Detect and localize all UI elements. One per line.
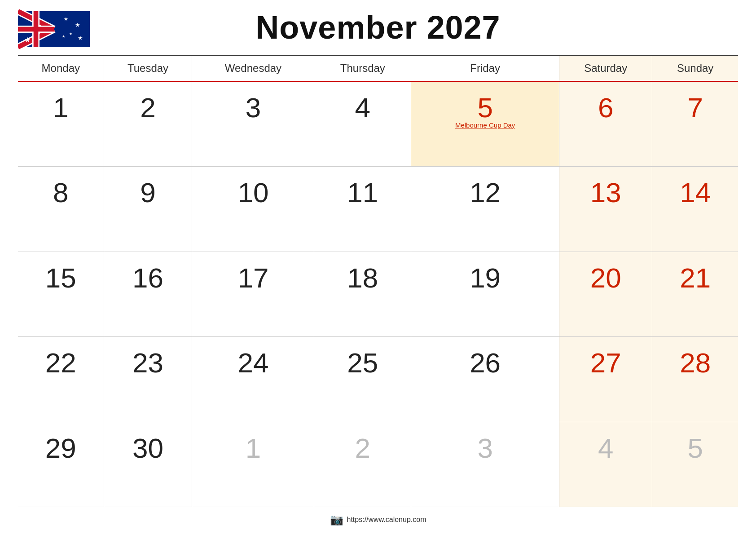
day-cell: 3 [411, 422, 559, 507]
table-row: 15 16 17 18 19 20 21 [18, 252, 738, 337]
holiday-label: Melbourne Cup Day [416, 121, 554, 129]
day-cell: 15 [18, 252, 104, 337]
day-cell: 18 [314, 252, 411, 337]
day-cell: 23 [104, 337, 192, 422]
day-cell: 6 [559, 81, 652, 167]
day-cell: 24 [192, 337, 314, 422]
day-cell: 26 [411, 337, 559, 422]
day-cell: 9 [104, 167, 192, 252]
day-cell: 5 [652, 422, 738, 507]
grayed-day: 5 [687, 433, 703, 464]
australia-flag: ★ ★ ★ ★ ★ ★ [18, 9, 90, 49]
day-cell: 27 [559, 337, 652, 422]
svg-rect-8 [34, 11, 39, 47]
camera-icon: 📷 [330, 513, 343, 526]
day-cell: 22 [18, 337, 104, 422]
day-cell: 2 [104, 81, 192, 167]
day-cell: 14 [652, 167, 738, 252]
day-cell: 1 [192, 422, 314, 507]
svg-text:★: ★ [69, 32, 72, 36]
table-row: 1 2 3 4 5 Melbourne Cup Day 6 7 [18, 81, 738, 167]
footer: 📷 https://www.calenup.com [330, 513, 426, 526]
svg-text:★: ★ [62, 35, 65, 39]
day-cell: 4 [559, 422, 652, 507]
grayed-day: 4 [598, 433, 613, 464]
header-sunday: Sunday [652, 55, 738, 81]
day-cell: 19 [411, 252, 559, 337]
table-row: 22 23 24 25 26 27 28 [18, 337, 738, 422]
day-cell: 4 [314, 81, 411, 167]
day-headers-row: Monday Tuesday Wednesday Thursday Friday… [18, 55, 738, 81]
header-saturday: Saturday [559, 55, 652, 81]
day-cell: 10 [192, 167, 314, 252]
day-cell: 17 [192, 252, 314, 337]
day-cell: 1 [18, 81, 104, 167]
day-cell: 30 [104, 422, 192, 507]
svg-text:★: ★ [75, 22, 80, 28]
svg-text:★: ★ [24, 36, 31, 44]
day-cell: 16 [104, 252, 192, 337]
calendar-header: ★ ★ ★ ★ ★ ★ November 2027 [18, 9, 738, 46]
day-cell: 13 [559, 167, 652, 252]
day-cell: 8 [18, 167, 104, 252]
header-thursday: Thursday [314, 55, 411, 81]
day-cell: 11 [314, 167, 411, 252]
svg-text:★: ★ [64, 16, 68, 22]
day-cell: 7 [652, 81, 738, 167]
day-cell: 20 [559, 252, 652, 337]
holiday-day-number: 5 [477, 92, 492, 123]
header-monday: Monday [18, 55, 104, 81]
day-cell: 21 [652, 252, 738, 337]
day-cell: 29 [18, 422, 104, 507]
header-wednesday: Wednesday [192, 55, 314, 81]
header-friday: Friday [411, 55, 559, 81]
holiday-cell: 5 Melbourne Cup Day [411, 81, 559, 167]
grayed-day: 3 [477, 433, 492, 464]
page-title: November 2027 [255, 9, 500, 46]
grayed-day: 2 [355, 433, 370, 464]
calendar-table: Monday Tuesday Wednesday Thursday Friday… [18, 55, 738, 507]
table-row: 29 30 1 2 3 4 5 [18, 422, 738, 507]
grayed-day: 1 [246, 433, 261, 464]
day-cell: 12 [411, 167, 559, 252]
day-cell: 28 [652, 337, 738, 422]
day-cell: 2 [314, 422, 411, 507]
day-cell: 25 [314, 337, 411, 422]
footer-url: https://www.calenup.com [347, 516, 426, 524]
svg-text:★: ★ [78, 35, 83, 41]
header-tuesday: Tuesday [104, 55, 192, 81]
day-cell: 3 [192, 81, 314, 167]
table-row: 8 9 10 11 12 13 14 [18, 167, 738, 252]
